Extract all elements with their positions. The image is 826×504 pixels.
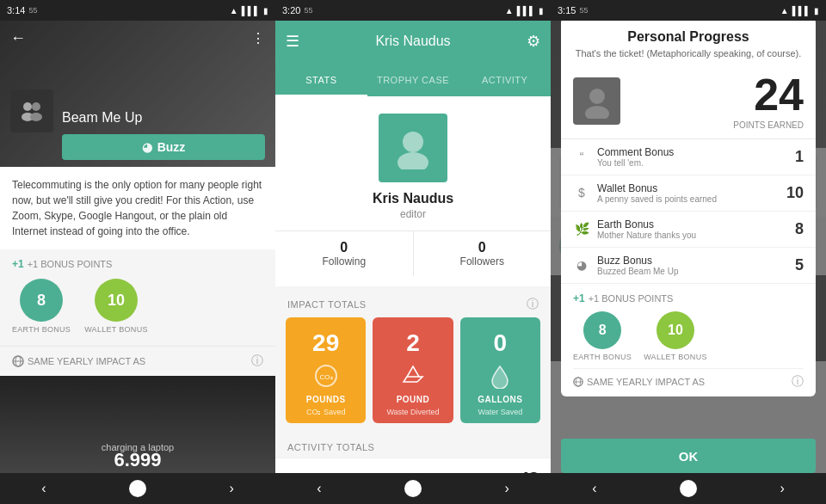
- buzz-button[interactable]: ◕ Buzz: [62, 134, 265, 160]
- wallet-bonus-label: WALLET BONUS: [84, 325, 148, 334]
- co2-desc: CO₂ Saved: [306, 408, 346, 416]
- nav-back-icon[interactable]: ‹: [41, 481, 46, 496]
- ok-button[interactable]: OK: [561, 439, 816, 473]
- back-icon[interactable]: ←: [10, 29, 26, 47]
- dialog-impact-row: SAME YEARLY IMPACT AS ⓘ: [573, 368, 804, 390]
- dialog-earth-label: EARTH BONUS: [573, 353, 632, 361]
- screen-2: 3:20 55 ▲ ▌▌▌ ▮ ☰ Kris Naudus ⚙ STATS TR…: [275, 0, 551, 504]
- dialog-subtitle: That's the ticket! (Metaphorically speak…: [561, 48, 816, 67]
- dialog-impact-label: SAME YEARLY IMPACT AS: [587, 377, 705, 387]
- wallet-bonus-val: 10: [786, 184, 804, 202]
- dialog-title: Personal Progress: [561, 17, 816, 48]
- nav-home-button[interactable]: [129, 480, 146, 497]
- screen-3: 3:15 55 ▲ ▌▌▌ ▮ charging a laptop 6.999: [551, 0, 826, 504]
- status-time-3: 3:15: [558, 5, 576, 15]
- bonus-section: +1 +1 BONUS POINTS 8 EARTH BONUS 10 WALL…: [0, 249, 275, 346]
- dialog-avatar: [573, 77, 620, 125]
- battery-icon-1: ▮: [263, 6, 268, 15]
- buzz-bonus-row: ◕ Buzz Bonus Buzzed Beam Me Up 5: [561, 248, 816, 284]
- tab-trophy-case[interactable]: TROPHY CASE: [367, 65, 459, 96]
- tab-activity[interactable]: ACTIVITY: [459, 65, 551, 96]
- status-signal-1: 55: [28, 6, 37, 15]
- wifi-icon-1: ▲: [230, 6, 238, 15]
- svg-text:CO₂: CO₂: [319, 373, 332, 381]
- topbar-title: Kris Naudus: [375, 34, 450, 49]
- svg-point-1: [32, 102, 40, 111]
- earth-bonus-value: 8: [37, 292, 46, 310]
- impact-totals-header: IMPACT TOTALS ⓘ: [275, 286, 551, 317]
- water-drop-icon: [487, 363, 513, 389]
- svg-point-0: [23, 102, 32, 111]
- wallet-bonus-item: 10 WALLET BONUS: [84, 279, 148, 334]
- tab-stats[interactable]: STATS: [275, 65, 367, 96]
- svg-point-3: [30, 113, 42, 121]
- signal-icon-1: ▌▌▌: [242, 6, 260, 15]
- follow-stats-row: 0 Following 0 Followers: [275, 230, 551, 276]
- dollar-icon: $: [573, 184, 590, 201]
- globe-icon: [12, 355, 24, 367]
- status-time-2: 3:20: [282, 5, 300, 15]
- followers-label: Followers: [460, 255, 504, 267]
- waste-number: 2: [406, 329, 420, 357]
- status-signal-3: 55: [579, 6, 588, 15]
- comment-icon: “: [573, 148, 590, 165]
- following-item[interactable]: 0 Following: [275, 231, 414, 276]
- info-icon-2[interactable]: ⓘ: [527, 297, 539, 312]
- wallet-bonus-row: $ Wallet Bonus A penny saved is points e…: [561, 175, 816, 212]
- image-section: charging a laptop 6.999: [0, 376, 275, 473]
- status-bar-1: 3:14 55 ▲ ▌▌▌ ▮: [0, 0, 275, 21]
- buzz-bonus-title: Buzz Bonus: [597, 255, 679, 267]
- dialog-earth-item: 8 EARTH BONUS: [573, 311, 632, 361]
- nav-forward-icon-2[interactable]: ›: [504, 481, 509, 496]
- water-unit: GALLONS: [478, 395, 522, 404]
- settings-icon[interactable]: ⚙: [527, 32, 540, 51]
- earth-bonus-desc: Mother Nature thanks you: [597, 230, 696, 240]
- buzz-bonus-icon: ◕: [573, 256, 590, 274]
- signal-icon-3: ▌▌▌: [792, 6, 811, 15]
- profile-section: Kris Naudus editor 0 Following 0 Followe…: [275, 96, 551, 286]
- co2-icon: CO₂: [313, 363, 339, 389]
- comment-bonus-desc: You tell 'em.: [597, 158, 674, 168]
- co2-number: 29: [312, 329, 339, 357]
- wifi-icon-3: ▲: [780, 6, 789, 15]
- svg-point-12: [585, 106, 609, 119]
- waste-unit: POUND: [397, 395, 430, 404]
- description-section: Telecommuting is the only option for man…: [0, 167, 275, 249]
- earth-bonus-label: EARTH BONUS: [12, 325, 71, 334]
- info-icon-dialog[interactable]: ⓘ: [792, 374, 804, 390]
- buzz-bonus-val: 5: [795, 256, 804, 274]
- status-time-1: 3:14: [7, 5, 25, 15]
- s2-topbar: ☰ Kris Naudus ⚙: [275, 21, 551, 62]
- info-icon-1[interactable]: ⓘ: [251, 353, 263, 369]
- svg-point-8: [398, 152, 428, 169]
- impact-cards: 29 CO₂ POUNDS CO₂ Saved 2: [275, 317, 551, 433]
- dialog-earth-circle: 8: [583, 311, 621, 349]
- profile-role: editor: [400, 208, 426, 220]
- nav-back-icon-2[interactable]: ‹: [317, 481, 321, 496]
- profile-username: Kris Naudus: [373, 191, 453, 206]
- menu-icon[interactable]: ☰: [286, 32, 299, 51]
- waste-desc: Waste Diverted: [386, 408, 439, 416]
- followers-item[interactable]: 0 Followers: [414, 231, 552, 276]
- svg-point-7: [403, 132, 423, 152]
- comment-bonus-title: Comment Bonus: [597, 146, 674, 158]
- status-bar-2: 3:20 55 ▲ ▌▌▌ ▮: [275, 0, 551, 21]
- status-bar-3: 3:15 55 ▲ ▌▌▌ ▮: [551, 0, 826, 21]
- waste-card: 2 POUND Waste Diverted: [373, 317, 453, 423]
- nav-home-button-3[interactable]: [680, 480, 697, 497]
- comment-bonus-row: “ Comment Bonus You tell 'em. 1: [561, 139, 816, 175]
- water-card: 0 GALLONS Water Saved: [460, 317, 540, 423]
- activity-points-row: +1 Points 48: [275, 458, 551, 473]
- wallet-bonus-title: Wallet Bonus: [597, 182, 717, 194]
- community-icon: [19, 98, 45, 124]
- profile-avatar: [379, 114, 447, 182]
- bonus-circles: 8 EARTH BONUS 10 WALLET BONUS: [12, 279, 263, 334]
- dialog-header-row: 24 POINTS EARNED: [561, 67, 816, 139]
- nav-forward-icon-3[interactable]: ›: [780, 481, 784, 496]
- nav-back-icon-3[interactable]: ‹: [592, 481, 596, 496]
- share-icon[interactable]: ⋮: [251, 30, 265, 46]
- impact-label: SAME YEARLY IMPACT AS: [28, 356, 145, 366]
- nav-home-button-2[interactable]: [404, 480, 422, 497]
- hero-title: Beam Me Up: [62, 110, 142, 126]
- nav-forward-icon[interactable]: ›: [229, 481, 233, 496]
